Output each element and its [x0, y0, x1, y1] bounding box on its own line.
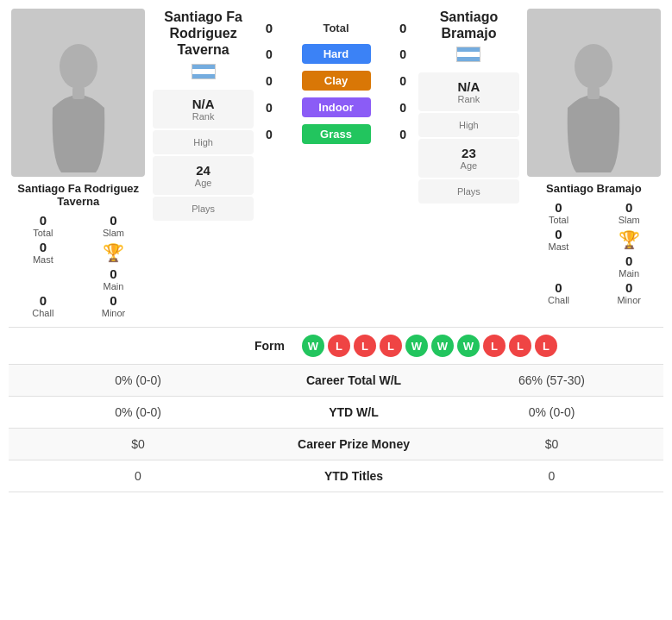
player2-avatar — [527, 9, 661, 177]
player1-flag — [192, 64, 216, 79]
bottom-section: Form WLLLWWWLLL 0% (0-0) Career Total W/… — [9, 327, 663, 492]
player1-card: Santiago Fa Rodriguez Taverna 0 Total 0 … — [9, 9, 148, 318]
player1-info-card: Santiago Fa Rodriguez Taverna N/A Rank H… — [153, 9, 254, 221]
player2-info-card: Santiago Bramajo N/A Rank High 23 Age Pl… — [418, 9, 519, 204]
stats-center-2: Career Prize Money — [259, 437, 449, 451]
stats-left-2: $0 — [17, 437, 259, 451]
page-container: Santiago Fa Rodriguez Taverna 0 Total 0 … — [0, 0, 672, 501]
form-badge-l: L — [354, 335, 376, 357]
player1-main: 0 Main — [79, 266, 148, 291]
player1-name: Santiago Fa Rodriguez Taverna — [9, 182, 148, 208]
svg-point-2 — [575, 44, 612, 89]
form-badges: WLLLWWWLLL — [302, 335, 557, 357]
player2-card: Santiago Bramajo 0 Total 0 Slam 0 Mast 🏆 — [524, 9, 663, 305]
player1-age-row: 24 Age — [153, 156, 254, 195]
stats-center-0: Career Total W/L — [259, 373, 449, 387]
player1-stats: 0 Total 0 Slam 0 Mast 🏆 0 Main — [9, 213, 148, 318]
indoor-badge: Indoor — [302, 97, 371, 117]
stats-left-1: 0% (0-0) — [17, 405, 259, 419]
hard-badge: Hard — [302, 44, 371, 64]
player2-trophy: 🏆 — [594, 227, 663, 252]
player2-plays-row: Plays — [418, 179, 519, 204]
stats-right-1: 0% (0-0) — [449, 405, 655, 419]
player2-flag-container — [418, 47, 519, 66]
player1-slam: 0 Slam — [79, 213, 148, 238]
player1-mast: 0 Mast — [9, 240, 78, 265]
form-label: Form — [17, 339, 302, 353]
stats-left-0: 0% (0-0) — [17, 373, 259, 387]
player2-flag — [456, 47, 480, 62]
stats-row-2: $0 Career Prize Money $0 — [9, 429, 663, 460]
form-row: Form WLLLWWWLLL — [9, 328, 663, 365]
svg-rect-1 — [72, 87, 85, 99]
stats-right-2: $0 — [449, 437, 655, 451]
player1-trophy: 🏆 — [79, 240, 148, 265]
svg-rect-3 — [587, 87, 600, 99]
top-section: Santiago Fa Rodriguez Taverna 0 Total 0 … — [9, 9, 663, 318]
form-badge-w: W — [457, 335, 480, 357]
player1-plays-row: Plays — [153, 197, 254, 221]
player1-total: 0 Total — [9, 213, 78, 238]
player2-slam: 0 Slam — [594, 200, 663, 225]
stats-row-0: 0% (0-0) Career Total W/L 66% (57-30) — [9, 365, 663, 397]
center-column: 0 Total 0 0 Hard 0 0 Clay 0 0 Indoor 0 0 — [259, 9, 413, 146]
player1-flag-container — [153, 64, 254, 83]
stats-rows: 0% (0-0) Career Total W/L 66% (57-30) 0%… — [9, 365, 663, 492]
player2-stats: 0 Total 0 Slam 0 Mast 🏆 0 Main — [524, 200, 663, 305]
player2-mast: 0 Mast — [524, 227, 593, 252]
indoor-row: 0 Indoor 0 — [259, 96, 413, 119]
svg-point-0 — [60, 44, 97, 89]
player1-avatar — [11, 9, 145, 177]
player2-rank-row: N/A Rank — [418, 72, 519, 111]
form-badge-l: L — [509, 335, 531, 357]
player2-high-row: High — [418, 113, 519, 137]
stats-right-3: 0 — [449, 469, 655, 483]
stats-row-3: 0 YTD Titles 0 — [9, 460, 663, 492]
stats-right-0: 66% (57-30) — [449, 373, 655, 387]
player2-main: 0 Main — [594, 254, 663, 279]
hard-row: 0 Hard 0 — [259, 42, 413, 66]
form-badge-w: W — [431, 335, 454, 357]
player1-rank-row: N/A Rank — [153, 90, 254, 128]
stats-left-3: 0 — [17, 469, 259, 483]
trophy-icon: 🏆 — [103, 242, 124, 263]
form-badge-w: W — [405, 335, 428, 357]
player1-high-row: High — [153, 130, 254, 154]
form-badge-l: L — [380, 335, 402, 357]
stats-center-3: YTD Titles — [259, 469, 449, 483]
clay-badge: Clay — [302, 71, 371, 91]
total-row: 0 Total 0 — [259, 17, 413, 39]
player2-header-name: Santiago Bramajo — [418, 9, 519, 41]
player2-total: 0 Total — [524, 200, 593, 225]
form-badge-w: W — [302, 335, 324, 357]
player1-chall: 0 Chall — [9, 293, 78, 318]
player1-minor: 0 Minor — [79, 293, 148, 318]
player2-chall: 0 Chall — [524, 280, 593, 305]
player2-age-row: 23 Age — [418, 139, 519, 178]
clay-row: 0 Clay 0 — [259, 69, 413, 92]
form-badge-l: L — [483, 335, 506, 357]
player1-header-name: Santiago Fa Rodriguez Taverna — [153, 9, 254, 59]
player2-name: Santiago Bramajo — [546, 182, 642, 195]
player2-minor: 0 Minor — [594, 280, 663, 305]
grass-row: 0 Grass 0 — [259, 122, 413, 146]
stats-center-1: YTD W/L — [259, 405, 449, 419]
form-badge-l: L — [328, 335, 350, 357]
grass-badge: Grass — [302, 124, 371, 144]
trophy-icon-2: 🏆 — [619, 229, 640, 250]
stats-row-1: 0% (0-0) YTD W/L 0% (0-0) — [9, 397, 663, 429]
form-badge-l: L — [535, 335, 557, 357]
